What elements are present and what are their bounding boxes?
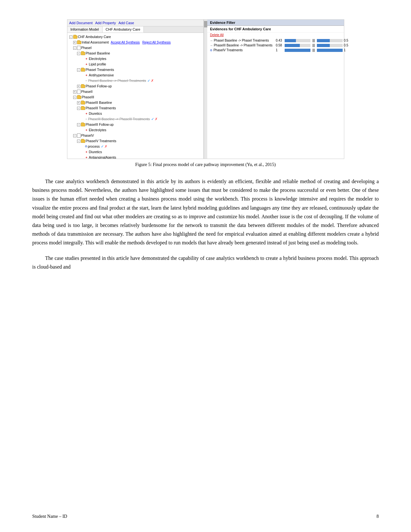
toggle-phaseiii-followup[interactable]: −: [77, 123, 80, 126]
tree-item-phaseiii-baseline[interactable]: + PhaseIII Baseline: [68, 100, 203, 105]
tab-information-model[interactable]: Information Model: [67, 26, 103, 33]
tree-item-electrolytes-2[interactable]: ✦ Electrolytes: [68, 127, 203, 133]
tree-root-label: CHF Ambulatory Care: [78, 34, 111, 40]
paragraph-2: The case studies presented in this artic…: [32, 254, 379, 271]
bar-fill-3a: [285, 49, 310, 52]
scroll-thumb[interactable]: [204, 21, 208, 27]
check-icon-phaseiii[interactable]: ✓: [151, 116, 154, 122]
x-icon-phaseiii[interactable]: ✗: [155, 116, 158, 122]
tree-item-phasei-followup[interactable]: + PhaseI Follow-up: [68, 84, 203, 89]
tree-item-diuretics-2[interactable]: ✦ Diuretics: [68, 149, 203, 155]
tree-item-antihypertensive[interactable]: ✦ Antihypertensive: [68, 73, 203, 78]
folder-icon-phaseiii-treatments: [81, 107, 85, 110]
tree-item-phaseiv-treatments[interactable]: − PhaseIV Treatments: [68, 138, 203, 144]
toggle-phaseiv-treatments[interactable]: −: [77, 140, 80, 143]
folder-icon-phaseiii-baseline: [81, 101, 85, 104]
evidence-rows: ↔ PhaseI Baseline -> PhaseI Treatments 0…: [207, 37, 344, 54]
delete-all-btn[interactable]: Delete All: [207, 33, 344, 37]
page: Add Document Add Property Add Case Infor…: [0, 0, 411, 532]
add-document-link[interactable]: Add Document: [69, 21, 93, 25]
label-phasei-treatments: PhaseI Treatments: [86, 67, 114, 73]
folder-icon-root: [73, 35, 77, 39]
bar-fill-2b: [317, 44, 330, 47]
evidence-title: Evidences for CHF Ambulatory Care: [207, 26, 344, 33]
bar-container-2: 0.58 0.5: [276, 44, 352, 47]
check-icon-process[interactable]: ✓: [101, 144, 104, 149]
tree-item-phaseiii-followup[interactable]: − PhaseIII Follow-up: [68, 122, 203, 127]
tree-item-process[interactable]: ⚙ process ✓ ✗: [68, 144, 203, 149]
tree-item-lipid[interactable]: ✦ Lipid profile: [68, 62, 203, 67]
toggle-initial[interactable]: +: [73, 41, 76, 44]
tree-item-phasei[interactable]: − PhaseI: [68, 45, 203, 51]
bar-value-3a: 1: [276, 48, 284, 52]
folder-icon-phasei-followup: [81, 85, 85, 88]
reject-all-btn[interactable]: Reject All Synthesis: [142, 40, 171, 45]
prop-icon-electrolytes1: ✦: [85, 57, 88, 61]
toggle-phasei-treatments[interactable]: −: [77, 68, 80, 72]
evidence-label-2: ↔ PhaseIII Baseline -> PhaseIII Treatmen…: [210, 44, 274, 47]
tree-item-rel-phasei[interactable]: → PhaseI Baseline -> PhaseI Treatments ✓…: [68, 78, 203, 84]
bar-container-1: 0.43 0.5: [276, 39, 352, 42]
toggle-phasei[interactable]: −: [73, 46, 76, 50]
toggle-phaseiii-baseline[interactable]: +: [77, 101, 80, 104]
toggle-phasei-baseline[interactable]: −: [77, 52, 80, 55]
bar-fill-1a: [285, 39, 296, 42]
toggle-phaseiii-treatments[interactable]: −: [77, 107, 80, 110]
check-icon-phasei[interactable]: ✓: [147, 78, 150, 84]
add-property-link[interactable]: Add Property: [95, 21, 116, 25]
bar-value-3b: 1: [344, 48, 352, 52]
tree-item-electrolytes-1[interactable]: ✦ Electrolytes: [68, 56, 203, 62]
tree-panel[interactable]: − CHF Ambulatory Care + Initial Assessme…: [67, 33, 203, 159]
label-antianginal: AntianginalAgents: [89, 155, 116, 159]
bar-value-2a: 0.58: [276, 44, 284, 47]
toggle-root[interactable]: −: [69, 35, 73, 39]
scrollbar[interactable]: [204, 20, 208, 159]
label-phaseii: PhaseII: [81, 89, 93, 94]
add-case-link[interactable]: Add Case: [118, 21, 134, 25]
toggle-phaseiv[interactable]: −: [73, 134, 76, 137]
tree-item-phaseiii[interactable]: − PhaseIII: [68, 94, 203, 100]
tree-item-phasei-baseline[interactable]: − PhaseI Baseline: [68, 51, 203, 56]
tree-item-rel-phaseiii[interactable]: → PhaseIII Baseline -> PhaseIII Treatmen…: [68, 116, 203, 122]
accept-all-btn[interactable]: Accept All Synthesis: [111, 40, 140, 45]
label-diuretics-1: Diuretics: [89, 111, 102, 116]
bar-track-2a: [285, 44, 310, 47]
label-phasei-followup: PhaseI Follow-up: [86, 84, 112, 89]
x-icon-process[interactable]: ✗: [104, 144, 107, 149]
label-phaseiv: PhaseIV: [81, 133, 94, 138]
label-phaseiii-baseline: PhaseIII Baseline: [86, 100, 112, 105]
footer-right: 8: [377, 514, 379, 519]
toggle-phasei-followup[interactable]: +: [77, 85, 80, 88]
label-phaseiii-treatments: PhaseIII Treatments: [86, 105, 116, 111]
folder-icon-initial: [77, 41, 81, 44]
check-x-phasei: ✓ ✗: [147, 78, 154, 84]
tree-item-phaseiii-treatments[interactable]: − PhaseIII Treatments: [68, 105, 203, 111]
prop-icon-diuretics1: ✦: [85, 112, 88, 115]
paragraph-1: The case analytics workbench demonstrate…: [32, 177, 379, 247]
label-lipid: Lipid profile: [89, 62, 106, 67]
tree-item-antianginal[interactable]: ✦ AntianginalAgents: [68, 155, 203, 159]
label-rel-phasei: PhaseI Baseline -> PhaseI Treatments: [88, 78, 146, 84]
evidence-row-3: ⚙ PhaseIV Treatments 1 1: [210, 48, 341, 52]
prop-icon-electrolytes2: ✦: [85, 128, 88, 132]
tree-item-initial-assessment[interactable]: + Initial Assessment Accept All Synthesi…: [68, 40, 203, 45]
label-process: process: [88, 144, 100, 149]
toggle-phaseii[interactable]: +: [73, 90, 76, 94]
process-icon: ⚙: [85, 144, 87, 149]
tree-root[interactable]: − CHF Ambulatory Care: [68, 34, 203, 40]
tabs-row: Information Model CHF Ambulatory Care: [67, 26, 203, 33]
bar-value-2b: 0.5: [344, 44, 352, 47]
bar-track-3a: [285, 49, 310, 52]
evidence-header: Evidence Filter: [207, 20, 344, 26]
rel-icon-phasei: →: [85, 78, 88, 84]
tree-item-diuretics-1[interactable]: ✦ Diuretics: [68, 111, 203, 116]
tree-item-phaseii[interactable]: + PhaseII: [68, 89, 203, 94]
tree-item-phaseiv[interactable]: − PhaseIV: [68, 133, 203, 138]
label-phaseiii: PhaseIII: [82, 94, 94, 100]
tab-chf-ambulatory[interactable]: CHF Ambulatory Care: [103, 26, 144, 33]
folder-icon-phaseiv-treatments: [81, 140, 85, 143]
x-icon-phasei[interactable]: ✗: [151, 78, 154, 84]
toggle-phaseiii[interactable]: −: [73, 96, 76, 99]
doc-icon-phasei: [77, 46, 81, 50]
tree-item-phasei-treatments[interactable]: − PhaseI Treatments: [68, 67, 203, 73]
